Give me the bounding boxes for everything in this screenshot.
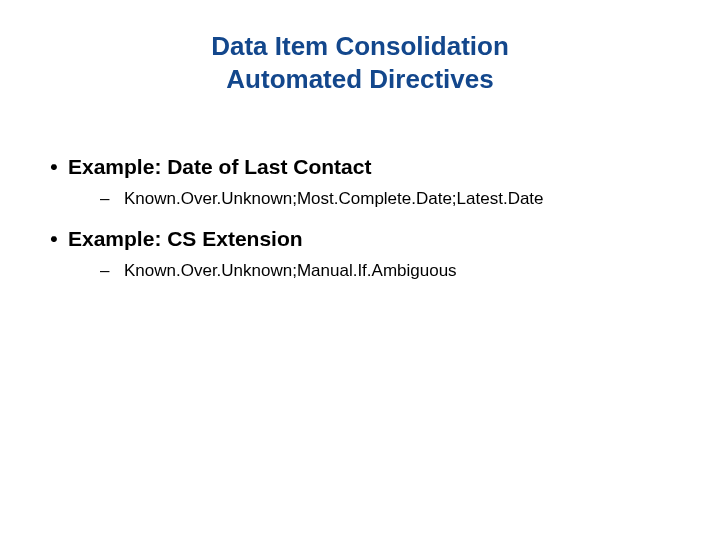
- bullet-item: • Example: Date of Last Contact – Known.…: [40, 155, 700, 209]
- sub-bullet: – Known.Over.Unknown;Most.Complete.Date;…: [40, 189, 700, 209]
- slide-content: • Example: Date of Last Contact – Known.…: [0, 155, 720, 281]
- title-line-1: Data Item Consolidation: [60, 30, 660, 63]
- bullet-item: • Example: CS Extension – Known.Over.Unk…: [40, 227, 700, 281]
- bullet-header-text: Example: CS Extension: [68, 227, 303, 251]
- sub-bullet-text: Known.Over.Unknown;Manual.If.Ambiguous: [124, 261, 457, 281]
- sub-bullet-text: Known.Over.Unknown;Most.Complete.Date;La…: [124, 189, 544, 209]
- dash-icon: –: [100, 261, 124, 281]
- dash-icon: –: [100, 189, 124, 209]
- title-line-2: Automated Directives: [60, 63, 660, 96]
- slide: Data Item Consolidation Automated Direct…: [0, 0, 720, 540]
- slide-title: Data Item Consolidation Automated Direct…: [0, 30, 720, 95]
- bullet-dot-icon: •: [40, 227, 68, 251]
- bullet-dot-icon: •: [40, 155, 68, 179]
- bullet-header-text: Example: Date of Last Contact: [68, 155, 371, 179]
- sub-bullet: – Known.Over.Unknown;Manual.If.Ambiguous: [40, 261, 700, 281]
- bullet-header: • Example: Date of Last Contact: [40, 155, 700, 179]
- bullet-header: • Example: CS Extension: [40, 227, 700, 251]
